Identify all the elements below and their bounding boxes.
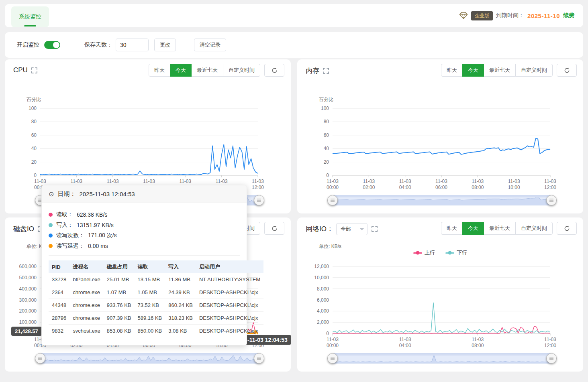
disk-io-tooltip: ⊙ 日期： 2025-11-03 12:04:53 读取：628.38 KB/s…	[41, 185, 247, 345]
clear-records-button[interactable]: 清空记录	[194, 39, 226, 51]
svg-text:11-03: 11-03	[435, 179, 447, 184]
slider-handle-right[interactable]	[546, 353, 557, 364]
monitor-toggle[interactable]	[44, 41, 60, 49]
slider-track[interactable]	[333, 195, 551, 205]
tooltip-date-label: 日期：	[57, 190, 76, 198]
svg-text:0: 0	[326, 331, 329, 336]
expire-date: 2025-11-10	[527, 12, 560, 19]
svg-text:40: 40	[324, 146, 329, 151]
cpu-panel-title: CPU	[13, 66, 37, 74]
svg-text:8,000: 8,000	[317, 286, 329, 292]
svg-text:08:00: 08:00	[472, 185, 484, 190]
network-range-custom[interactable]: 自定义时间	[515, 222, 553, 235]
svg-text:80: 80	[31, 119, 37, 124]
memory-refresh-button[interactable]	[557, 64, 577, 77]
tooltip-metric: 写入：13151.97 KB/s	[49, 220, 240, 230]
slider-handle-left[interactable]	[327, 195, 338, 205]
svg-text:60: 60	[324, 132, 329, 138]
svg-text:11-03: 11-03	[508, 179, 520, 184]
expand-icon[interactable]	[323, 68, 329, 74]
svg-text:2,000: 2,000	[317, 319, 329, 325]
network-io-panel: 网络IO： 全部 昨天 今天 最近七天 自定义时间 单位: KB/s 上行 下行	[297, 217, 583, 372]
memory-datazoom-slider[interactable]	[333, 195, 551, 205]
tab-system-monitor[interactable]: 系统监控	[11, 6, 49, 27]
network-range-group: 昨天 今天 最近七天 自定义时间	[441, 222, 553, 235]
slider-handle-right[interactable]	[254, 195, 264, 205]
legend-label-upload: 上行	[425, 249, 435, 256]
days-input[interactable]	[116, 39, 149, 51]
slider-minichart	[41, 354, 259, 363]
cpu-axis-unit: 百分比	[27, 96, 41, 103]
refresh-icon	[564, 67, 570, 73]
cpu-range-last7[interactable]: 最近七天	[191, 64, 223, 77]
svg-text:200,000: 200,000	[19, 308, 37, 314]
disk-refresh-button[interactable]	[264, 222, 284, 235]
table-row: 28796chrome.exe907.39 KB589.16 KB318.23 …	[49, 312, 263, 325]
svg-text:80: 80	[324, 119, 329, 124]
slider-minichart	[333, 354, 551, 363]
slider-handle-right[interactable]	[546, 195, 557, 205]
tooltip-metric: 读写延迟：0.00 ms	[49, 241, 240, 251]
disk-datazoom-slider[interactable]	[40, 353, 259, 364]
svg-text:11-03: 11-03	[363, 179, 375, 184]
network-datazoom-slider[interactable]	[333, 353, 551, 364]
cpu-chart-canvas: 02040608010011-0300:0011-0302:0011-0304:…	[5, 104, 291, 195]
svg-text:11-03: 11-03	[107, 179, 119, 184]
refresh-icon	[564, 226, 570, 232]
svg-text:100: 100	[29, 106, 37, 111]
tooltip-metric: 读写次数：171.00 次/s	[49, 230, 240, 241]
network-range-last7[interactable]: 最近七天	[484, 222, 516, 235]
svg-text:11-03: 11-03	[216, 179, 228, 184]
svg-text:0: 0	[326, 173, 329, 178]
days-label: 保存天数：	[84, 41, 112, 49]
svg-text:20: 20	[324, 159, 329, 165]
memory-chart-canvas: 02040608010011-0300:0011-0302:0011-0304:…	[297, 104, 583, 195]
slider-track[interactable]	[40, 353, 259, 364]
table-row: 9832svchost.exe853.08 KB850.00 KB3.08 KB…	[49, 325, 263, 337]
svg-text:4,000: 4,000	[317, 308, 329, 314]
svg-text:0: 0	[34, 173, 37, 178]
memory-range-custom[interactable]: 自定义时间	[515, 64, 553, 77]
expand-icon[interactable]	[372, 226, 378, 232]
slider-track[interactable]	[333, 353, 551, 364]
cpu-range-today[interactable]: 今天	[170, 64, 192, 77]
tooltip-metric: 读取：628.38 KB/s	[49, 209, 240, 220]
svg-text:11-03: 11-03	[399, 179, 411, 184]
interface-select[interactable]: 全部	[336, 223, 368, 235]
renew-link[interactable]: 续费	[563, 12, 574, 19]
expand-icon[interactable]	[31, 67, 37, 73]
slider-handle-right[interactable]	[254, 353, 264, 364]
svg-text:12,000: 12,000	[314, 264, 329, 269]
svg-text:11-03: 11-03	[70, 179, 82, 184]
svg-text:11-03: 11-03	[472, 337, 484, 342]
network-range-today[interactable]: 今天	[462, 222, 484, 235]
process-table-body: 33728btPanel.exe25.01 MB13.15 MB11.86 MB…	[49, 273, 263, 337]
svg-text:11-03: 11-03	[399, 337, 411, 342]
svg-text:02:00: 02:00	[363, 185, 375, 190]
slider-handle-left[interactable]	[35, 353, 45, 364]
memory-range-today[interactable]: 今天	[462, 64, 484, 77]
memory-title-text: 内存	[306, 66, 319, 75]
diamond-icon	[459, 12, 468, 20]
table-row: 33728btPanel.exe25.01 MB13.15 MB11.86 MB…	[49, 273, 263, 286]
cpu-range-yesterday[interactable]: 昨天	[149, 64, 170, 77]
legend-item-upload[interactable]: 上行	[413, 249, 435, 256]
memory-range-last7[interactable]: 最近七天	[484, 64, 516, 77]
svg-text:04:00: 04:00	[399, 185, 411, 190]
axis-pointer-y-badge: 21,428.57	[11, 327, 42, 336]
legend-mark-upload	[413, 252, 422, 254]
svg-text:12:00: 12:00	[544, 185, 556, 190]
cpu-refresh-button[interactable]	[264, 64, 284, 77]
disk-title-text: 磁盘IO	[13, 224, 34, 234]
legend-item-download[interactable]: 下行	[445, 249, 467, 256]
slider-handle-left[interactable]	[327, 353, 338, 364]
memory-range-yesterday[interactable]: 昨天	[441, 64, 463, 77]
network-range-yesterday[interactable]: 昨天	[441, 222, 463, 235]
cpu-range-custom[interactable]: 自定义时间	[223, 64, 260, 77]
svg-text:10:00: 10:00	[508, 185, 520, 190]
svg-text:00:00: 00:00	[327, 185, 339, 190]
network-refresh-button[interactable]	[557, 222, 577, 235]
change-days-button[interactable]: 更改	[154, 39, 176, 51]
process-table: PID进程名磁盘占用读取写入启动用户 33728btPanel.exe25.01…	[49, 260, 263, 337]
plan-badge: 企业版	[471, 11, 493, 20]
